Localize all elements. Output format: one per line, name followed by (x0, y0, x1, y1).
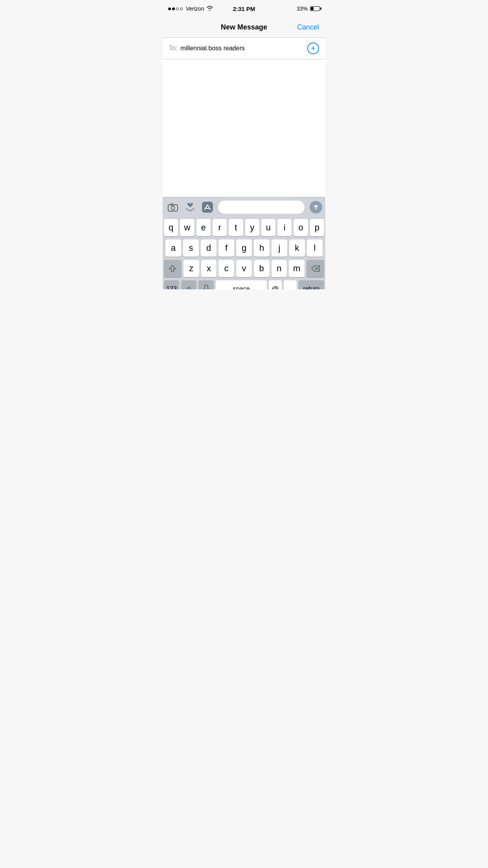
carrier-label: Verizon (186, 6, 204, 12)
key-o[interactable]: o (294, 219, 308, 236)
shift-key[interactable] (164, 260, 182, 277)
key-m[interactable]: m (289, 260, 305, 277)
at-key[interactable]: @ (269, 280, 282, 289)
message-toolbar (163, 197, 325, 217)
symbol-key[interactable]: 123 (164, 280, 179, 289)
key-s[interactable]: s (183, 239, 199, 257)
key-x[interactable]: x (201, 260, 217, 277)
svg-rect-7 (205, 285, 208, 289)
key-v[interactable]: v (236, 260, 252, 277)
key-y[interactable]: y (245, 219, 259, 236)
key-n[interactable]: n (272, 260, 287, 277)
camera-icon[interactable] (166, 200, 180, 214)
nav-bar: New Message Cancel (163, 17, 325, 38)
status-bar: Verizon 2:31 PM 33% (163, 0, 325, 17)
signal-dots (168, 7, 183, 10)
status-time: 2:31 PM (233, 6, 255, 12)
cancel-button[interactable]: Cancel (297, 23, 319, 31)
key-p[interactable]: p (310, 219, 324, 236)
keyboard-row-4: 123 ☺ space @ . return (164, 280, 324, 289)
delete-key[interactable] (306, 260, 324, 277)
keyboard-row-2: a s d f g h j k l (164, 239, 324, 257)
signal-dot-3 (176, 7, 179, 10)
message-input-bar[interactable] (218, 200, 305, 214)
digital-touch-icon[interactable] (183, 200, 197, 214)
key-c[interactable]: c (218, 260, 234, 277)
keyboard-row-1: q w e r t y u i o p (164, 219, 324, 236)
key-b[interactable]: b (254, 260, 270, 277)
battery-icon (310, 6, 320, 11)
send-button[interactable] (310, 201, 322, 213)
space-key[interactable]: space (216, 280, 267, 289)
key-w[interactable]: w (180, 219, 194, 236)
key-j[interactable]: j (272, 239, 287, 257)
key-z[interactable]: z (183, 260, 199, 277)
svg-rect-2 (171, 204, 173, 205)
emoji-key[interactable]: ☺ (181, 280, 196, 289)
key-i[interactable]: i (277, 219, 292, 236)
message-body[interactable] (163, 59, 325, 197)
key-t[interactable]: t (229, 219, 243, 236)
battery-percent: 33% (297, 6, 308, 12)
to-field: To: millennial.boss readers + (163, 38, 325, 59)
period-key[interactable]: . (284, 280, 297, 289)
dictation-key[interactable] (198, 280, 214, 289)
app-store-icon[interactable] (200, 200, 215, 214)
svg-rect-0 (168, 205, 178, 211)
signal-dot-2 (172, 7, 175, 10)
battery-fill (311, 7, 314, 10)
key-e[interactable]: e (196, 219, 211, 236)
keyboard-row-3: z x c v b n m (164, 260, 324, 277)
key-f[interactable]: f (218, 239, 234, 257)
add-recipient-button[interactable]: + (307, 42, 319, 54)
svg-rect-3 (202, 202, 213, 213)
status-right: 33% (297, 6, 320, 12)
nav-title: New Message (221, 23, 267, 31)
key-u[interactable]: u (261, 219, 275, 236)
signal-dot-1 (168, 7, 171, 10)
svg-point-1 (171, 206, 175, 210)
key-q[interactable]: q (164, 219, 178, 236)
wifi-icon (206, 6, 213, 12)
key-g[interactable]: g (236, 239, 252, 257)
signal-dot-4 (180, 7, 183, 10)
return-key[interactable]: return (299, 280, 324, 289)
to-recipient[interactable]: millennial.boss readers (180, 45, 307, 52)
key-k[interactable]: k (289, 239, 305, 257)
keyboard: q w e r t y u i o p a s d f g h j k l z … (163, 217, 325, 289)
key-h[interactable]: h (254, 239, 270, 257)
status-left: Verizon (168, 6, 213, 12)
key-d[interactable]: d (201, 239, 216, 257)
key-a[interactable]: a (165, 239, 181, 257)
key-r[interactable]: r (213, 219, 227, 236)
to-label: To: (169, 45, 177, 52)
key-l[interactable]: l (307, 239, 323, 257)
